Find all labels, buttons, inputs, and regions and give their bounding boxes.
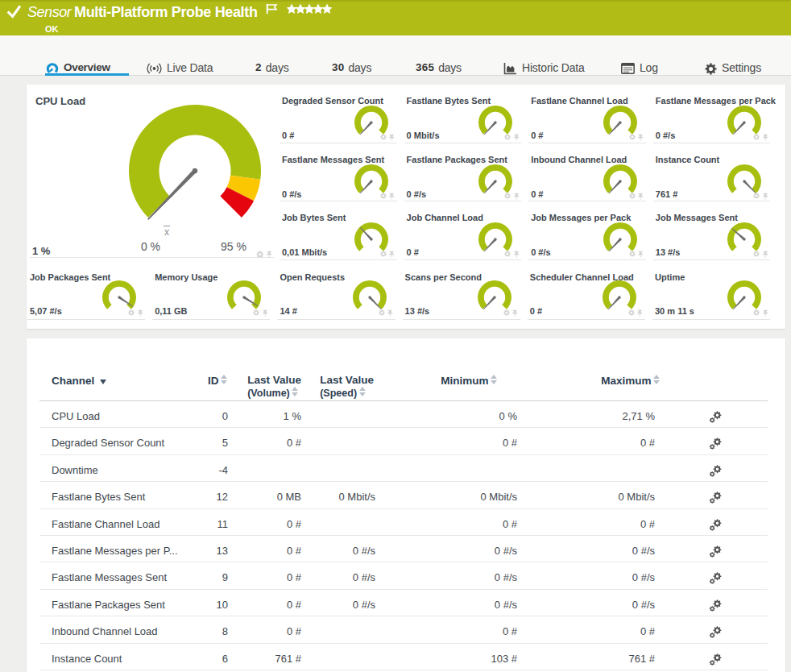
channel-settings-icon[interactable] xyxy=(709,599,723,613)
gauge-tile-fastlane-messages-per-pack: Fastlane Messages per Pack0 #/s xyxy=(652,85,777,143)
column-header-last-value-volume[interactable]: Last Value (Volume) xyxy=(247,375,301,399)
channel-settings-icon[interactable] xyxy=(709,625,723,640)
channel-settings-icon[interactable] xyxy=(709,571,723,586)
channel-settings-icon[interactable] xyxy=(709,410,723,425)
gear-icon[interactable] xyxy=(380,134,387,140)
pin-icon[interactable] xyxy=(514,193,520,201)
tab-365-days[interactable]: 365 days xyxy=(416,54,462,81)
channel-row[interactable]: Fastlane Packages Sent100 #0 #/s0 #/s0 #… xyxy=(39,590,768,616)
gear-icon[interactable] xyxy=(628,309,635,316)
gear-icon[interactable] xyxy=(629,251,636,257)
channel-name[interactable]: Degraded Sensor Count xyxy=(52,428,164,454)
tab-settings[interactable]: Settings xyxy=(705,54,761,81)
channel-name[interactable]: Fastlane Messages per P... xyxy=(52,536,178,562)
channel-name[interactable]: Inbound Channel Load xyxy=(52,616,158,643)
tile-actions xyxy=(629,134,644,142)
channel-settings-icon[interactable] xyxy=(709,437,723,451)
channel-row[interactable]: Fastlane Channel Load110 #0 #0 # xyxy=(39,509,768,536)
channel-row[interactable]: Downtime-4 xyxy=(39,455,768,482)
active-tab-underline xyxy=(45,73,129,76)
pin-icon[interactable] xyxy=(138,309,143,317)
gear-icon[interactable] xyxy=(503,309,510,316)
channel-settings-icon[interactable] xyxy=(709,653,723,667)
tab-historic-data[interactable]: Historic Data xyxy=(503,54,585,81)
pin-icon[interactable] xyxy=(637,309,643,317)
pin-icon[interactable] xyxy=(263,309,268,317)
gauge-value: 13 #/s xyxy=(405,306,430,316)
cell-id: 10 xyxy=(217,590,228,616)
gear-icon[interactable] xyxy=(253,309,259,316)
gear-icon[interactable] xyxy=(504,134,511,140)
channel-name[interactable]: Instance Count xyxy=(52,644,122,670)
column-header-minimum[interactable]: Minimum xyxy=(441,375,498,387)
tab-overview[interactable]: Overview xyxy=(46,54,110,81)
cell-minimum: 103 # xyxy=(491,644,517,670)
pin-icon[interactable] xyxy=(763,309,768,317)
cell-minimum: 0 # xyxy=(503,428,517,454)
tab-log[interactable]: Log xyxy=(621,54,658,81)
channel-settings-icon[interactable] xyxy=(709,491,723,505)
pin-icon[interactable] xyxy=(638,193,644,201)
column-header-last-value-speed[interactable]: Last Value (Speed) xyxy=(320,375,374,399)
gear-icon[interactable] xyxy=(380,193,387,199)
channel-name[interactable]: CPU Load xyxy=(52,401,100,428)
tile-actions xyxy=(503,309,518,317)
column-header-maximum[interactable]: Maximum xyxy=(601,375,661,387)
channel-name[interactable]: Fastlane Bytes Sent xyxy=(52,482,145,508)
gear-icon[interactable] xyxy=(504,251,511,257)
tile-actions xyxy=(504,193,519,201)
tab-2-days[interactable]: 2 days xyxy=(255,54,289,81)
channel-row[interactable]: Instance Count6761 #103 #761 # xyxy=(39,644,768,670)
gauge-tile-inbound-channel-load: Inbound Channel Load0 # xyxy=(528,143,652,202)
pin-icon[interactable] xyxy=(512,309,518,317)
tab-live-data[interactable]: Live Data xyxy=(147,54,213,81)
gear-icon[interactable] xyxy=(629,134,636,140)
channel-name[interactable]: Fastlane Channel Load xyxy=(52,509,159,536)
column-header-channel[interactable]: Channel xyxy=(52,375,106,387)
gear-icon[interactable] xyxy=(380,251,387,257)
star-icon[interactable] xyxy=(322,3,332,15)
priority-stars[interactable] xyxy=(287,3,332,15)
cell-id: 11 xyxy=(217,509,229,536)
column-header-id[interactable]: ID xyxy=(208,375,228,387)
priority-flag-icon[interactable] xyxy=(266,3,278,15)
gear-icon[interactable] xyxy=(753,251,760,257)
pin-icon[interactable] xyxy=(514,134,520,142)
gauge-title: CPU Load xyxy=(35,95,85,107)
pin-icon[interactable] xyxy=(638,134,644,142)
gear-icon[interactable] xyxy=(504,193,511,199)
pin-icon[interactable] xyxy=(387,309,393,317)
channel-settings-icon[interactable] xyxy=(709,545,723,559)
channel-row[interactable]: Inbound Channel Load80 #0 #0 # xyxy=(39,616,768,643)
tab-30-days[interactable]: 30 days xyxy=(332,54,371,81)
gear-icon[interactable] xyxy=(379,309,385,316)
gear-icon[interactable] xyxy=(629,193,636,199)
pin-icon[interactable] xyxy=(389,134,395,142)
gear-icon[interactable] xyxy=(753,309,760,316)
channel-settings-icon[interactable] xyxy=(709,518,723,533)
channel-row[interactable]: Fastlane Messages per P...130 #0 #/s0 #/… xyxy=(39,536,768,562)
gauge-tile-cpu-load: CPU Load 0 % 95 % x 1 % xyxy=(27,85,279,258)
cell-last_value_volume: 1 % xyxy=(284,401,301,428)
gear-icon[interactable] xyxy=(753,193,760,199)
channel-name[interactable]: Fastlane Packages Sent xyxy=(52,590,165,616)
channel-row[interactable]: Fastlane Bytes Sent120 MB0 Mbit/s0 Mbit/… xyxy=(39,482,768,508)
gear-icon[interactable] xyxy=(753,134,760,140)
gauge-tile-fastlane-messages-sent: Fastlane Messages Sent0 #/s xyxy=(279,143,404,202)
pin-icon[interactable] xyxy=(763,193,768,201)
channel-row[interactable]: CPU Load01 %0 %2,71 % xyxy=(39,401,768,428)
tile-actions xyxy=(753,134,768,142)
pin-icon[interactable] xyxy=(389,193,395,201)
channel-row[interactable]: Degraded Sensor Count50 #0 #0 # xyxy=(39,428,768,454)
sort-arrows-icon xyxy=(359,387,367,396)
cell-last_value_speed: 0 #/s xyxy=(353,536,375,562)
pin-icon[interactable] xyxy=(763,134,768,142)
channel-name[interactable]: Downtime xyxy=(52,455,98,482)
channel-row[interactable]: Fastlane Messages Sent90 #0 #/s0 #/s0 #/… xyxy=(39,562,768,589)
channel-settings-icon[interactable] xyxy=(709,464,723,479)
gear-icon[interactable] xyxy=(128,309,135,316)
tile-divider xyxy=(152,319,270,320)
tile-actions xyxy=(379,309,393,317)
channel-name[interactable]: Fastlane Messages Sent xyxy=(52,562,167,589)
gauge-value: 14 # xyxy=(280,306,296,316)
